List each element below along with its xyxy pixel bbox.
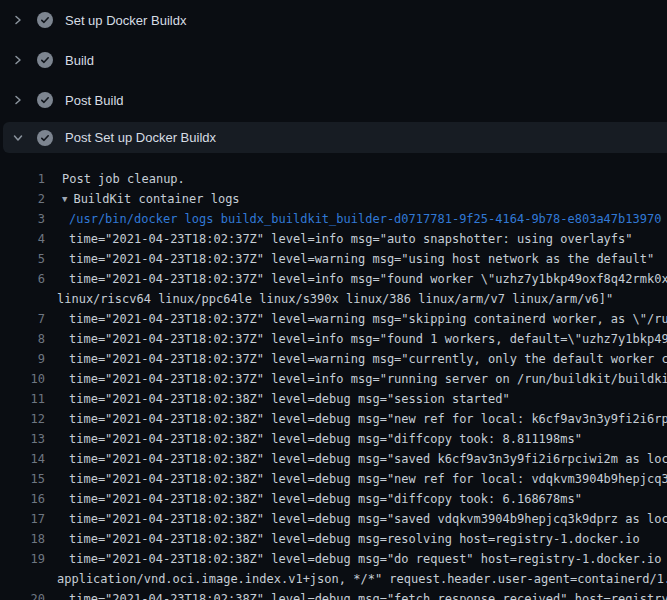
line-number[interactable]: 11 — [0, 389, 45, 409]
log-text-content: time="2021-04-23T18:02:38Z" level=debug … — [69, 392, 510, 406]
chevron-right-icon — [13, 95, 23, 105]
step-label: Post Set up Docker Buildx — [65, 130, 216, 145]
log-row: 17 time="2021-04-23T18:02:38Z" level=deb… — [0, 509, 667, 529]
check-circle-icon — [37, 92, 53, 108]
log-text: time="2021-04-23T18:02:38Z" level=debug … — [69, 389, 510, 409]
log-text: /usr/bin/docker logs buildx_buildkit_bui… — [69, 209, 661, 229]
line-number[interactable]: 18 — [0, 529, 45, 549]
step-label: Post Build — [65, 93, 124, 108]
log-text-content: linux/riscv64 linux/ppc64le linux/s390x … — [57, 292, 613, 306]
log-row: 10 time="2021-04-23T18:02:37Z" level=inf… — [0, 369, 667, 389]
log-text-content: BuildKit container logs — [73, 192, 239, 206]
log-text: time="2021-04-23T18:02:38Z" level=debug … — [69, 589, 667, 600]
log-row: 5 time="2021-04-23T18:02:37Z" level=warn… — [0, 249, 667, 269]
log-text: time="2021-04-23T18:02:38Z" level=debug … — [69, 529, 640, 549]
line-number[interactable]: 3 — [0, 209, 45, 229]
line-number[interactable]: 16 — [0, 489, 45, 509]
log-row: 8 time="2021-04-23T18:02:37Z" level=info… — [0, 329, 667, 349]
chevron-down-icon — [13, 133, 23, 143]
log-row: 3 /usr/bin/docker logs buildx_buildkit_b… — [0, 209, 667, 229]
log-text: time="2021-04-23T18:02:37Z" level=info m… — [69, 269, 667, 289]
log-row: 19 time="2021-04-23T18:02:38Z" level=deb… — [0, 549, 667, 569]
log-row: 4 time="2021-04-23T18:02:37Z" level=info… — [0, 229, 667, 249]
step-row-2[interactable]: Post Build — [0, 80, 667, 120]
log-text: time="2021-04-23T18:02:37Z" level=info m… — [69, 329, 667, 349]
log-row: application/vnd.oci.image.index.v1+json,… — [0, 569, 667, 589]
log-text-content: time="2021-04-23T18:02:37Z" level=warnin… — [69, 352, 667, 366]
log-text: time="2021-04-23T18:02:38Z" level=debug … — [69, 469, 667, 489]
chevron-right-icon — [13, 55, 23, 65]
log-text: time="2021-04-23T18:02:37Z" level=warnin… — [69, 249, 654, 269]
log-row: 15 time="2021-04-23T18:02:38Z" level=deb… — [0, 469, 667, 489]
line-number[interactable]: 2 — [0, 189, 45, 209]
line-number[interactable]: 7 — [0, 309, 45, 329]
log-row: 9 time="2021-04-23T18:02:37Z" level=warn… — [0, 349, 667, 369]
log-text-content: time="2021-04-23T18:02:38Z" level=debug … — [69, 512, 667, 526]
log-text-content: application/vnd.oci.image.index.v1+json,… — [57, 572, 667, 586]
workflow-log-viewer: Set up Docker Buildx Build Post Build — [0, 0, 667, 600]
log-text: linux/riscv64 linux/ppc64le linux/s390x … — [57, 289, 613, 309]
log-text: time="2021-04-23T18:02:38Z" level=debug … — [69, 409, 667, 429]
log-text-content: time="2021-04-23T18:02:37Z" level=info m… — [69, 272, 667, 286]
line-number[interactable]: 5 — [0, 249, 45, 269]
log-text: time="2021-04-23T18:02:38Z" level=debug … — [69, 549, 667, 569]
log-row: 12 time="2021-04-23T18:02:38Z" level=deb… — [0, 409, 667, 429]
line-number[interactable]: 1 — [0, 169, 45, 189]
line-number[interactable]: 8 — [0, 329, 45, 349]
log-text: time="2021-04-23T18:02:38Z" level=debug … — [69, 429, 582, 449]
line-number[interactable]: 14 — [0, 449, 45, 469]
log-text: time="2021-04-23T18:02:38Z" level=debug … — [69, 509, 667, 529]
log-row: 7 time="2021-04-23T18:02:37Z" level=warn… — [0, 309, 667, 329]
step-row-0[interactable]: Set up Docker Buildx — [0, 0, 667, 40]
line-number[interactable]: 19 — [0, 549, 45, 569]
log-row: 6 time="2021-04-23T18:02:37Z" level=info… — [0, 269, 667, 289]
steps-list: Set up Docker Buildx Build Post Build — [0, 0, 667, 153]
log-text-content: time="2021-04-23T18:02:38Z" level=debug … — [69, 432, 582, 446]
check-circle-icon — [37, 12, 53, 28]
log-row: 14 time="2021-04-23T18:02:38Z" level=deb… — [0, 449, 667, 469]
line-number[interactable]: 13 — [0, 429, 45, 449]
check-circle-icon — [37, 52, 53, 68]
log-text-content: time="2021-04-23T18:02:38Z" level=debug … — [69, 412, 667, 426]
step-row-1[interactable]: Build — [0, 40, 667, 80]
log-row: 13 time="2021-04-23T18:02:38Z" level=deb… — [0, 429, 667, 449]
line-number[interactable]: 6 — [0, 269, 45, 289]
log-text: time="2021-04-23T18:02:37Z" level=info m… — [69, 229, 633, 249]
log-text-content: time="2021-04-23T18:02:37Z" level=warnin… — [69, 252, 654, 266]
log-text-content: time="2021-04-23T18:02:38Z" level=debug … — [69, 552, 667, 566]
line-number[interactable] — [0, 289, 45, 309]
log-text-content: Post job cleanup. — [62, 172, 185, 186]
log-row: 2 ▼BuildKit container logs — [0, 189, 667, 209]
line-number[interactable]: 10 — [0, 369, 45, 389]
log-text: ▼BuildKit container logs — [62, 189, 240, 209]
log-row: 1 Post job cleanup. — [0, 169, 667, 189]
log-text-content: time="2021-04-23T18:02:38Z" level=debug … — [69, 532, 640, 546]
log-row: 18 time="2021-04-23T18:02:38Z" level=deb… — [0, 529, 667, 549]
step-label: Build — [65, 53, 94, 68]
log-row: linux/riscv64 linux/ppc64le linux/s390x … — [0, 289, 667, 309]
log-text-content: time="2021-04-23T18:02:37Z" level=info m… — [69, 372, 667, 386]
group-toggle-icon[interactable]: ▼ — [62, 194, 67, 204]
line-number[interactable]: 9 — [0, 349, 45, 369]
log-text: time="2021-04-23T18:02:37Z" level=info m… — [69, 369, 667, 389]
step-label: Set up Docker Buildx — [65, 13, 186, 28]
log-text: Post job cleanup. — [62, 169, 185, 189]
log-text-content: /usr/bin/docker logs buildx_buildkit_bui… — [69, 212, 661, 226]
log-text-content: time="2021-04-23T18:02:38Z" level=debug … — [69, 592, 667, 600]
log-text-content: time="2021-04-23T18:02:38Z" level=debug … — [69, 472, 667, 486]
line-number[interactable] — [0, 569, 45, 589]
line-number[interactable]: 20 — [0, 589, 45, 600]
check-circle-icon — [37, 130, 53, 146]
log-text: time="2021-04-23T18:02:38Z" level=debug … — [69, 449, 667, 469]
step-row-3[interactable]: Post Set up Docker Buildx — [3, 122, 667, 153]
log-text-content: time="2021-04-23T18:02:37Z" level=info m… — [69, 332, 667, 346]
line-number[interactable]: 15 — [0, 469, 45, 489]
line-number[interactable]: 12 — [0, 409, 45, 429]
line-number[interactable]: 4 — [0, 229, 45, 249]
log-area: 1 Post job cleanup. 2 ▼BuildKit containe… — [0, 153, 667, 600]
log-text-content: time="2021-04-23T18:02:38Z" level=debug … — [69, 492, 582, 506]
log-text-content: time="2021-04-23T18:02:38Z" level=debug … — [69, 452, 667, 466]
log-text-content: time="2021-04-23T18:02:37Z" level=info m… — [69, 232, 633, 246]
line-number[interactable]: 17 — [0, 509, 45, 529]
log-text: time="2021-04-23T18:02:38Z" level=debug … — [69, 489, 582, 509]
